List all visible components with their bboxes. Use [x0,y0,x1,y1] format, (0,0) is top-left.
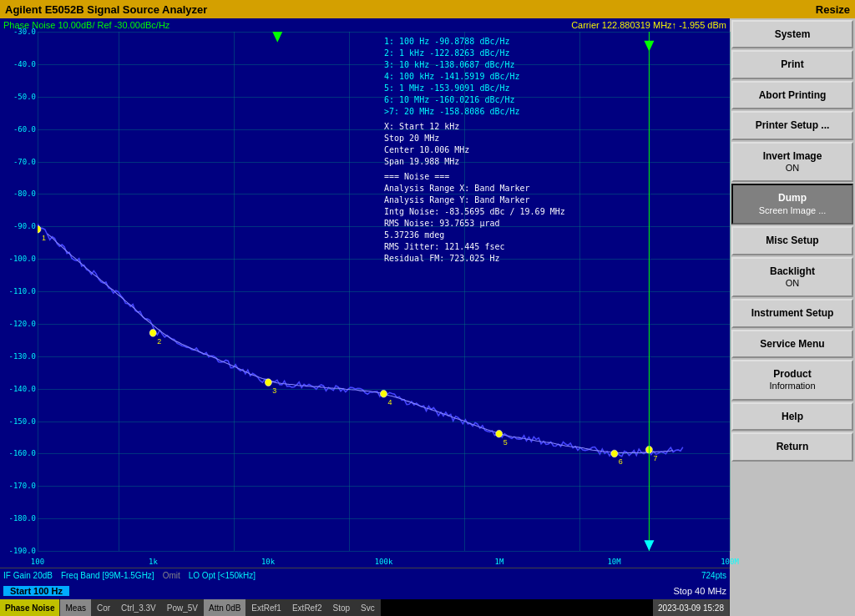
bottom-tab[interactable]: 2023-03-09 15:28 [653,599,730,616]
y-axis-label: -150.0 [8,417,36,426]
y-axis-label: -90.0 [13,222,36,230]
sidebar-button[interactable]: Printer Setup ... [731,111,853,139]
bottom-tab[interactable]: Stop [328,599,357,616]
svg-point-6 [381,391,387,398]
sidebar-button[interactable]: Abort Printing [731,81,853,109]
bottom-tab[interactable]: Cor [92,599,116,616]
y-axis-label: -110.0 [8,287,36,295]
x-axis-label: 100k [375,558,393,566]
y-axis-label: -30.0 [13,28,36,36]
x-axis-label: 10M [607,558,620,566]
sidebar-button[interactable]: Print [731,50,853,78]
svg-text:1: 1 [42,233,46,241]
sidebar-button[interactable]: Invert ImageON [731,142,853,183]
y-axis-label: -170.0 [8,482,36,490]
resize-button[interactable]: Resize [816,3,850,16]
sidebar-button[interactable]: DumpScreen Image ... [731,184,853,225]
y-axis-label: -130.0 [8,352,36,361]
svg-marker-17 [644,540,654,551]
x-axis-label: 100M [721,558,739,566]
y-axis-label: -40.0 [13,60,36,68]
bottom-tab[interactable]: ExtRef2 [287,599,328,616]
bottom-tab[interactable]: ExtRef1 [246,599,287,616]
sidebar-button[interactable]: Help [731,402,853,431]
svg-text:3: 3 [272,386,276,395]
sidebar-button[interactable]: Misc Setup [731,226,853,255]
x-axis-label: 10k [261,558,275,566]
bottom-tab[interactable]: Pow_5V [162,599,204,616]
sidebar-button[interactable]: ProductInformation [731,360,853,401]
bottom-tab[interactable]: Svc [356,599,381,616]
sidebar-button[interactable]: System [731,20,853,48]
y-axis-label: -120.0 [8,320,36,328]
if-gain: IF Gain 20dB [3,571,53,580]
y-axis-label: -50.0 [13,93,36,101]
svg-text:5: 5 [503,437,508,446]
svg-marker-15 [644,41,654,52]
sidebar-button[interactable]: Service Menu [731,330,853,358]
freq-band: Freq Band [99M-1.5GHz] [61,571,154,580]
svg-point-0 [38,225,41,233]
chart-title-right: Carrier 122.880319 MHz↑ -1.955 dBm [571,20,726,30]
y-axis-label: -60.0 [13,125,36,134]
svg-point-8 [496,430,503,437]
y-axis-label: -70.0 [13,158,36,166]
lo-opt: LO Opt [<150kHz] [189,571,255,580]
omit: Omit [163,571,180,580]
x-axis-label: 100 [31,558,44,566]
sidebar-button[interactable]: Instrument Setup [731,299,853,327]
phase-noise-plot: 1234567 [38,32,730,551]
y-axis-label: -160.0 [8,449,36,457]
bottom-tab[interactable]: Attn 0dB [204,599,246,616]
sidebar: SystemPrintAbort PrintingPrinter Setup .… [730,18,855,616]
bottom-tab[interactable]: Ctrl_3.3V [116,599,162,616]
y-axis-label: -100.0 [8,255,36,263]
x-axis-label: 1M [495,558,504,566]
svg-text:4: 4 [387,397,392,406]
y-axis-label: -140.0 [8,385,36,393]
sidebar-button[interactable]: BacklightON [731,257,853,298]
svg-text:2: 2 [157,336,161,345]
x-axis-label: 1k [149,558,158,566]
y-axis-label: -190.0 [8,547,36,555]
bottom-tab[interactable]: Phase Noise [0,599,60,616]
stop-label[interactable]: Stop 40 MHz [673,586,726,596]
start-label[interactable]: Start 100 Hz [3,586,69,596]
points: 724pts [701,571,726,580]
sidebar-button[interactable]: Return [731,432,853,461]
svg-marker-16 [272,32,282,43]
y-axis-label: -80.0 [13,189,36,198]
y-axis-label: -180.0 [8,514,36,523]
svg-point-4 [265,379,271,386]
app-title: Agilent E5052B Signal Source Analyzer [5,3,207,16]
svg-point-2 [149,330,156,337]
svg-text:6: 6 [619,457,623,466]
svg-text:7: 7 [653,453,657,462]
bottom-tab[interactable]: Meas [60,599,91,616]
svg-point-10 [611,450,618,457]
